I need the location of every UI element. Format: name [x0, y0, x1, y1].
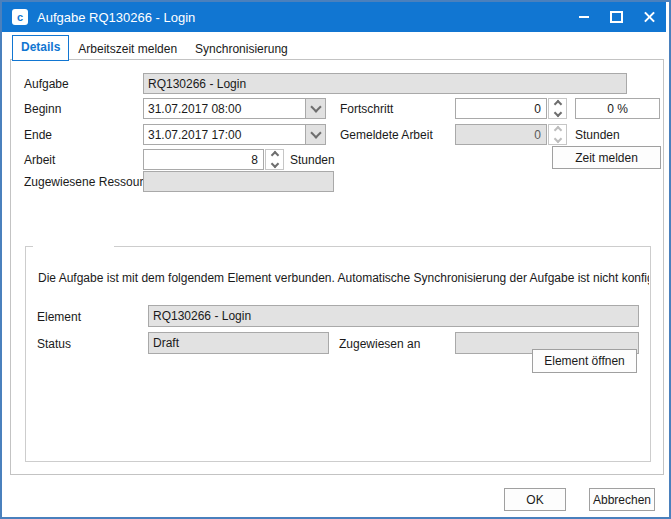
status-field: Draft: [148, 332, 329, 354]
window-title: Aufgabe RQ130266 - Login: [37, 10, 195, 25]
zugewiesen-an-label: Zugewiesen an: [339, 337, 420, 351]
app-icon: c: [12, 9, 28, 25]
arbeit-unit-label: Stunden: [290, 153, 335, 167]
aufgabe-field: RQ130266 - Login: [143, 73, 627, 94]
chevron-down-icon: [310, 127, 321, 138]
cancel-button[interactable]: Abbrechen: [589, 488, 655, 511]
gemeldete-arbeit-label: Gemeldete Arbeit: [340, 128, 433, 142]
zeit-melden-button[interactable]: Zeit melden: [552, 146, 661, 169]
tab-synchronisierung[interactable]: Synchronisierung: [186, 38, 297, 61]
window-controls: [567, 2, 666, 32]
spinner-down-icon: [270, 160, 278, 168]
sync-info-text: Die Aufgabe ist mit dem folgendem Elemen…: [38, 271, 649, 285]
arbeit-spinner[interactable]: 8: [143, 149, 284, 170]
maximize-icon: [610, 11, 623, 23]
fortschritt-label: Fortschritt: [340, 102, 393, 116]
ressource-label: Zugewiesene Ressource: [24, 175, 156, 189]
tab-details[interactable]: Details: [12, 35, 69, 61]
minimize-button[interactable]: [567, 2, 600, 32]
titlebar: c Aufgabe RQ130266 - Login: [2, 2, 666, 32]
beginn-combobox[interactable]: 31.07.2017 08:00: [143, 98, 326, 119]
beginn-dropdown-button[interactable]: [305, 99, 325, 118]
tab-strip: Details Arbeitszeit melden Synchronisier…: [12, 35, 297, 61]
fortschritt-value[interactable]: 0: [455, 98, 547, 119]
aufgabe-label: Aufgabe: [24, 77, 69, 91]
beginn-value: 31.07.2017 08:00: [144, 99, 305, 118]
spinner-down-icon: [553, 135, 561, 143]
ressource-field: [143, 171, 334, 192]
fortschritt-spin-buttons[interactable]: [548, 98, 567, 119]
fortschritt-spinner[interactable]: 0: [455, 98, 567, 119]
ende-dropdown-button[interactable]: [305, 125, 325, 144]
ok-button[interactable]: OK: [504, 488, 566, 511]
arbeit-value[interactable]: 8: [143, 149, 264, 170]
gemeldete-arbeit-value: 0: [455, 124, 547, 145]
groupbox-legend-gap: [33, 245, 114, 248]
spinner-down-icon: [553, 109, 561, 117]
chevron-down-icon: [310, 101, 321, 112]
dialog-window: c Aufgabe RQ130266 - Login Details Arbei…: [0, 0, 671, 519]
fortschritt-percent-display: 0 %: [575, 98, 660, 119]
ende-label: Ende: [24, 128, 52, 142]
element-field: RQ130266 - Login: [148, 305, 639, 327]
status-label: Status: [37, 337, 71, 351]
arbeit-spin-buttons[interactable]: [265, 149, 284, 170]
minimize-icon: [579, 16, 589, 18]
gemeldete-arbeit-unit-label: Stunden: [575, 128, 620, 142]
spinner-up-icon: [553, 100, 561, 108]
beginn-label: Beginn: [24, 102, 61, 116]
arbeit-label: Arbeit: [24, 153, 55, 167]
element-label: Element: [37, 310, 81, 324]
ende-combobox[interactable]: 31.07.2017 17:00: [143, 124, 326, 145]
ende-value: 31.07.2017 17:00: [144, 125, 305, 144]
maximize-button[interactable]: [600, 2, 633, 32]
close-button[interactable]: [633, 2, 666, 32]
element-oeffnen-button[interactable]: Element öffnen: [532, 349, 637, 373]
gemeldete-arbeit-spin-buttons: [548, 124, 567, 145]
close-icon: [643, 11, 656, 24]
gemeldete-arbeit-spinner: 0: [455, 124, 567, 145]
tab-arbeitszeit-melden[interactable]: Arbeitszeit melden: [69, 38, 186, 61]
spinner-up-icon: [270, 151, 278, 159]
spinner-up-icon: [553, 126, 561, 134]
